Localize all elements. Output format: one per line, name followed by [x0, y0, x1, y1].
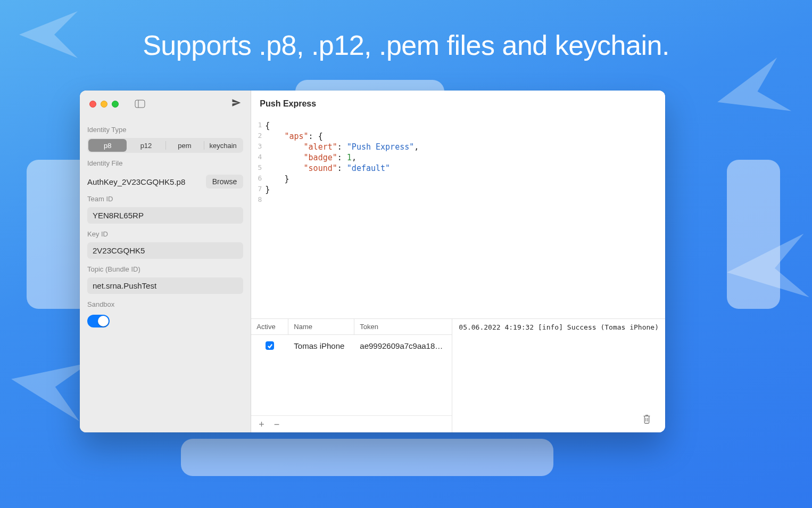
- main-panel: Push Express 12345678 { "aps": { "alert"…: [251, 91, 665, 432]
- identity-type-p8[interactable]: p8: [88, 139, 127, 152]
- devices-panel: Active Name Token Tomas iPhone ae9992609…: [251, 319, 452, 432]
- identity-file-label: Identity File: [87, 159, 243, 167]
- identity-type-label: Identity Type: [87, 126, 243, 134]
- add-device-button[interactable]: +: [259, 420, 264, 429]
- payload-editor[interactable]: 12345678 { "aps": { "alert": "Push Expre…: [251, 117, 665, 318]
- sandbox-label: Sandbox: [87, 300, 243, 308]
- sandbox-toggle[interactable]: [87, 315, 110, 327]
- editor-code[interactable]: { "aps": { "alert": "Push Express", "bad…: [265, 120, 665, 315]
- close-window-button[interactable]: [89, 101, 96, 108]
- devices-col-token[interactable]: Token: [354, 319, 452, 334]
- devices-col-name[interactable]: Name: [288, 319, 354, 334]
- topic-label: Topic (Bundle ID): [87, 265, 243, 273]
- device-row[interactable]: Tomas iPhone ae9992609a7c9aa185d...: [251, 335, 452, 356]
- zoom-window-button[interactable]: [112, 101, 119, 108]
- log-panel: 05.06.2022 4:19:32 [info] Success (Tomas…: [452, 319, 665, 432]
- window-controls: [89, 101, 119, 108]
- editor-gutter: 12345678: [251, 120, 265, 315]
- sidebar: Identity Type p8 p12 pem keychain Identi…: [80, 91, 251, 432]
- sidebar-toggle-icon[interactable]: [135, 100, 145, 108]
- devices-col-active[interactable]: Active: [251, 319, 288, 334]
- send-icon[interactable]: [231, 98, 241, 110]
- key-id-label: Key ID: [87, 230, 243, 238]
- minimize-window-button[interactable]: [101, 101, 107, 108]
- device-token: ae9992609a7c9aa185d...: [354, 341, 452, 350]
- team-id-field[interactable]: [87, 207, 243, 224]
- remove-device-button[interactable]: −: [274, 420, 280, 429]
- device-name: Tomas iPhone: [288, 341, 354, 350]
- identity-type-pem[interactable]: pem: [165, 139, 204, 152]
- devices-header: Active Name Token: [251, 319, 452, 335]
- titlebar: [80, 91, 251, 117]
- log-line: 05.06.2022 4:19:32 [info] Success (Tomas…: [459, 323, 659, 331]
- device-active-checkbox[interactable]: [266, 341, 274, 350]
- svg-rect-0: [135, 100, 145, 108]
- payload-title: Push Express: [251, 91, 665, 117]
- identity-type-segmented[interactable]: p8 p12 pem keychain: [87, 138, 243, 153]
- team-id-label: Team ID: [87, 195, 243, 203]
- clear-log-button[interactable]: [642, 414, 651, 425]
- hero-headline: Supports .p8, .p12, .pem files and keych…: [0, 29, 812, 61]
- browse-button[interactable]: Browse: [206, 175, 244, 189]
- app-window: Identity Type p8 p12 pem keychain Identi…: [80, 91, 665, 432]
- identity-type-p12[interactable]: p12: [127, 139, 165, 152]
- identity-file-name: AuthKey_2V23CGQHK5.p8: [87, 177, 201, 186]
- topic-field[interactable]: [87, 277, 243, 294]
- key-id-field[interactable]: [87, 242, 243, 259]
- identity-type-keychain[interactable]: keychain: [204, 139, 242, 152]
